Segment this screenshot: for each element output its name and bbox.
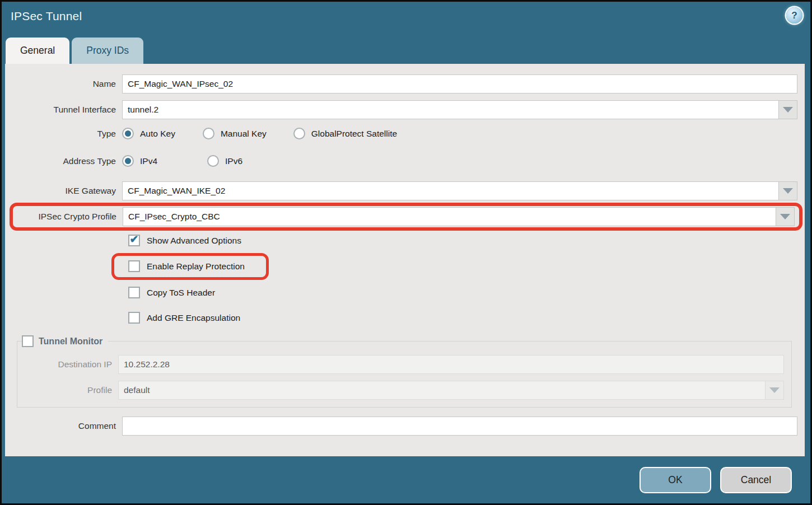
copy-tos-header-row[interactable]: Copy ToS Header [128, 287, 805, 298]
radio-icon[interactable] [203, 128, 214, 139]
enable-replay-protection-highlight: Enable Replay Protection [111, 253, 269, 280]
profile-label: Profile [17, 385, 118, 395]
tunnel-interface-input[interactable] [122, 100, 778, 119]
tunnel-monitor-legend: Tunnel Monitor [22, 335, 108, 347]
tunnel-monitor-group: Tunnel Monitor Destination IP Profile [17, 335, 792, 408]
help-icon-glyph: ? [791, 10, 797, 21]
tab-proxy-ids[interactable]: Proxy IDs [72, 38, 143, 64]
radio-icon[interactable] [207, 155, 219, 167]
type-option-globalprotect-satellite[interactable]: GlobalProtect Satellite [293, 128, 397, 139]
type-option-auto-key-label: Auto Key [140, 129, 175, 139]
dialog-footer: OK Cancel [2, 456, 810, 503]
show-advanced-options-row[interactable]: ✔ Show Advanced Options [128, 235, 805, 246]
type-option-auto-key[interactable]: Auto Key [122, 128, 175, 139]
type-option-globalprotect-satellite-label: GlobalProtect Satellite [311, 129, 397, 139]
destination-ip-row: Destination IP [17, 355, 784, 374]
dialog-titlebar: IPSec Tunnel ? [2, 2, 810, 37]
ipsec-crypto-profile-highlight: IPSec Crypto Profile [10, 203, 802, 231]
comment-input[interactable] [122, 417, 797, 436]
type-label: Type [5, 129, 122, 139]
add-gre-encapsulation-label: Add GRE Encapsulation [147, 313, 240, 323]
chevron-down-icon [783, 188, 793, 194]
tunnel-interface-dropdown-button[interactable] [778, 100, 797, 119]
chevron-down-icon [780, 214, 790, 219]
type-option-manual-key[interactable]: Manual Key [203, 128, 267, 139]
chevron-down-icon [769, 387, 780, 393]
copy-tos-header-checkbox[interactable] [128, 287, 140, 298]
ipsec-tunnel-dialog: IPSec Tunnel ? General Proxy IDs Name [2, 2, 810, 503]
show-advanced-options-checkbox[interactable]: ✔ [128, 235, 140, 246]
name-label: Name [5, 79, 122, 89]
cancel-button[interactable]: Cancel [720, 467, 792, 493]
ike-gateway-input[interactable] [122, 181, 778, 200]
tunnel-monitor-checkbox[interactable] [22, 335, 34, 347]
tunnel-interface-label: Tunnel Interface [5, 105, 122, 115]
address-type-option-ipv6[interactable]: IPv6 [207, 155, 242, 167]
help-icon[interactable]: ? [786, 7, 802, 24]
checkmark-icon: ✔ [130, 234, 139, 245]
profile-row: Profile [17, 381, 784, 400]
type-option-manual-key-label: Manual Key [221, 129, 267, 139]
address-type-option-ipv6-label: IPv6 [225, 156, 242, 166]
radio-selected-icon[interactable] [122, 155, 134, 167]
destination-ip-label: Destination IP [17, 359, 118, 370]
ike-gateway-dropdown-button[interactable] [778, 181, 797, 200]
chevron-down-icon [783, 107, 793, 113]
radio-selected-icon[interactable] [122, 128, 134, 139]
address-type-option-ipv4-label: IPv4 [140, 156, 157, 166]
tunnel-monitor-label: Tunnel Monitor [39, 336, 102, 347]
address-type-label: Address Type [5, 156, 122, 166]
ipsec-crypto-profile-label: IPSec Crypto Profile [13, 212, 123, 222]
ok-button[interactable]: OK [640, 467, 711, 493]
enable-replay-protection-checkbox[interactable] [128, 260, 140, 272]
name-row: Name [5, 74, 797, 93]
ike-gateway-row: IKE Gateway [5, 181, 797, 200]
name-input[interactable] [122, 74, 797, 93]
enable-replay-protection-label: Enable Replay Protection [147, 261, 245, 272]
show-advanced-options-label: Show Advanced Options [147, 236, 241, 246]
general-tab-panel: Name Tunnel Interface [5, 64, 805, 456]
ipsec-crypto-profile-input[interactable] [123, 207, 776, 226]
profile-dropdown-button [765, 381, 784, 400]
radio-icon[interactable] [293, 128, 305, 139]
address-type-row: Address Type IPv4 IPv6 [5, 155, 797, 167]
ipsec-crypto-profile-select [123, 207, 795, 226]
profile-select [118, 381, 784, 400]
tab-general[interactable]: General [6, 38, 69, 64]
ipsec-crypto-profile-dropdown-button[interactable] [776, 207, 795, 226]
copy-tos-header-label: Copy ToS Header [147, 288, 215, 298]
address-type-option-ipv4[interactable]: IPv4 [122, 155, 157, 167]
tunnel-interface-select [122, 100, 797, 119]
dialog-title: IPSec Tunnel [11, 10, 82, 23]
add-gre-encapsulation-checkbox[interactable] [128, 312, 140, 324]
type-row: Type Auto Key Manual Key GlobalProtect [5, 128, 797, 139]
comment-label: Comment [5, 421, 122, 431]
enable-replay-protection-row[interactable]: Enable Replay Protection [128, 260, 245, 272]
comment-row: Comment [5, 417, 797, 436]
tab-proxy-ids-label: Proxy IDs [86, 45, 129, 57]
tunnel-interface-row: Tunnel Interface [5, 100, 797, 119]
tab-bar: General Proxy IDs [2, 37, 810, 64]
add-gre-encapsulation-row[interactable]: Add GRE Encapsulation [128, 312, 805, 324]
ipsec-crypto-profile-row: IPSec Crypto Profile [13, 207, 795, 226]
profile-input [118, 381, 765, 400]
destination-ip-input [118, 355, 784, 374]
tab-general-label: General [20, 45, 55, 57]
screen: IPSec Tunnel ? General Proxy IDs Name [0, 0, 812, 505]
ike-gateway-select [122, 181, 797, 200]
ike-gateway-label: IKE Gateway [5, 186, 122, 196]
